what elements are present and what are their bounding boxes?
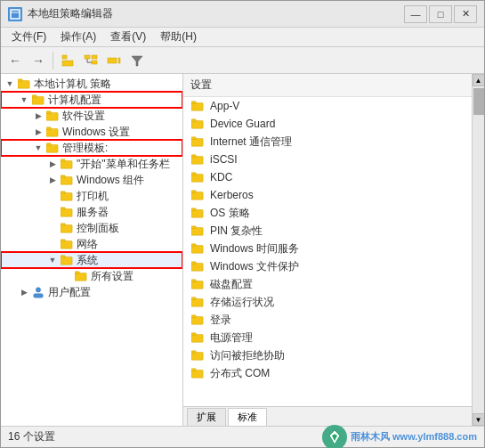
list-item[interactable]: Device Guard bbox=[183, 115, 472, 133]
list-item[interactable]: 电源管理 bbox=[183, 329, 472, 346]
folder-small-icon bbox=[190, 170, 205, 184]
svg-rect-30 bbox=[61, 225, 72, 233]
svg-rect-3 bbox=[62, 61, 73, 66]
svg-rect-68 bbox=[191, 353, 203, 361]
vertical-scrollbar[interactable]: ▲ ▼ bbox=[472, 74, 484, 426]
svg-rect-32 bbox=[61, 241, 72, 249]
tree-node-server[interactable]: 服务器 bbox=[1, 204, 182, 220]
svg-rect-15 bbox=[32, 95, 36, 98]
tree-node-computer-config[interactable]: ▼ 计算机配置 bbox=[1, 92, 182, 108]
minimize-button[interactable]: — bbox=[404, 5, 427, 23]
tree-node-network[interactable]: 网络 bbox=[1, 236, 182, 252]
svg-rect-35 bbox=[61, 256, 65, 258]
svg-rect-19 bbox=[46, 127, 51, 130]
list-item[interactable]: App-V bbox=[183, 97, 472, 115]
refresh-button[interactable] bbox=[103, 50, 125, 71]
logo-icon bbox=[322, 425, 347, 449]
tree-node-admin-templates[interactable]: ▼ 管理模板: bbox=[1, 140, 182, 156]
list-tabs: 扩展 标准 bbox=[183, 406, 472, 426]
svg-rect-25 bbox=[61, 175, 65, 178]
svg-rect-65 bbox=[191, 315, 196, 318]
svg-rect-67 bbox=[191, 333, 196, 336]
folder-small-icon bbox=[190, 277, 205, 291]
tab-standard[interactable]: 标准 bbox=[228, 408, 267, 426]
expand-icon-spacer bbox=[45, 205, 60, 219]
list-items[interactable]: App-V Device Guard Internet 通信管理 bbox=[183, 97, 472, 406]
window-icon bbox=[8, 7, 22, 21]
svg-rect-64 bbox=[191, 317, 203, 325]
expand-icon: ▶ bbox=[45, 173, 60, 187]
svg-rect-44 bbox=[191, 139, 203, 147]
list-item[interactable]: OS 策略 bbox=[183, 204, 472, 222]
window-title: 本地组策略编辑器 bbox=[28, 6, 404, 21]
up-button[interactable] bbox=[57, 50, 78, 71]
tree-node-control-panel[interactable]: 控制面板 bbox=[1, 220, 182, 236]
expand-icon-spacer bbox=[45, 189, 60, 203]
svg-rect-54 bbox=[191, 228, 203, 236]
folder-icon bbox=[60, 221, 74, 235]
expand-icon: ▶ bbox=[31, 125, 45, 139]
list-item[interactable]: 访问被拒绝协助 bbox=[183, 346, 472, 364]
folder-small-icon bbox=[190, 152, 205, 167]
svg-rect-41 bbox=[191, 102, 196, 104]
svg-rect-0 bbox=[11, 10, 20, 19]
list-panel: 设置 App-V Device Guard bbox=[183, 74, 472, 426]
tree-node-software-settings[interactable]: ▶ 软件设置 bbox=[1, 108, 182, 124]
tree-node-user-config[interactable]: ▶ 用户配置 bbox=[1, 284, 182, 300]
folder-small-icon bbox=[190, 117, 205, 131]
forward-button[interactable]: → bbox=[28, 50, 49, 71]
list-item[interactable]: iSCSI bbox=[183, 151, 472, 168]
filter-button[interactable] bbox=[126, 50, 148, 71]
maximize-button[interactable]: □ bbox=[429, 5, 452, 23]
svg-rect-70 bbox=[191, 371, 203, 379]
list-item[interactable]: 存储运行状况 bbox=[183, 293, 472, 311]
list-item[interactable]: 登录 bbox=[183, 311, 472, 329]
svg-rect-4 bbox=[85, 55, 90, 59]
tree-node-all-settings[interactable]: 所有设置 bbox=[1, 268, 182, 284]
folder-icon bbox=[45, 109, 60, 123]
expand-icon: ▶ bbox=[31, 109, 45, 123]
folder-small-icon bbox=[190, 366, 205, 380]
folder-small-icon bbox=[190, 313, 205, 327]
svg-rect-28 bbox=[61, 209, 72, 217]
list-item[interactable]: 分布式 COM bbox=[183, 364, 472, 382]
tree-node-start-menu[interactable]: ▶ "开始"菜单和任务栏 bbox=[1, 156, 182, 172]
list-item[interactable]: 磁盘配置 bbox=[183, 275, 472, 293]
folder-icon bbox=[31, 93, 45, 107]
folder-small-icon bbox=[190, 348, 205, 362]
menu-action[interactable]: 操作(A) bbox=[53, 28, 103, 46]
tree-node-system[interactable]: ▼ 系统 bbox=[1, 252, 182, 268]
tree-node-windows-components[interactable]: ▶ Windows 组件 bbox=[1, 172, 182, 188]
menu-file[interactable]: 文件(F) bbox=[4, 28, 53, 46]
close-button[interactable]: ✕ bbox=[454, 5, 477, 23]
status-bar: 16 个设置 雨林木风 www.ylmf888.com bbox=[1, 426, 484, 447]
back-button[interactable]: ← bbox=[4, 50, 26, 71]
svg-point-38 bbox=[36, 288, 40, 292]
show-tree-button[interactable] bbox=[80, 50, 101, 71]
tab-extended[interactable]: 扩展 bbox=[187, 408, 226, 426]
list-item[interactable]: Windows 时间服务 bbox=[183, 240, 472, 257]
menu-view[interactable]: 查看(V) bbox=[103, 28, 153, 46]
svg-rect-55 bbox=[191, 226, 196, 229]
svg-rect-61 bbox=[191, 280, 196, 282]
tree-node-printer[interactable]: 打印机 bbox=[1, 188, 182, 204]
scroll-thumb[interactable] bbox=[473, 88, 484, 115]
list-item[interactable]: Internet 通信管理 bbox=[183, 133, 472, 151]
folder-icon bbox=[17, 77, 31, 91]
svg-rect-39 bbox=[34, 294, 44, 297]
tree-panel[interactable]: ▼ 本地计算机 策略 ▼ 计算机配置 ▶ 软件设置 bbox=[1, 74, 183, 426]
svg-rect-9 bbox=[108, 58, 117, 63]
list-item[interactable]: Kerberos bbox=[183, 186, 472, 204]
folder-icon bbox=[60, 205, 74, 219]
list-item[interactable]: PIN 复杂性 bbox=[183, 222, 472, 240]
svg-rect-27 bbox=[61, 191, 65, 194]
tree-node-local-policy[interactable]: ▼ 本地计算机 策略 bbox=[1, 76, 182, 92]
folder-icon bbox=[31, 285, 45, 299]
tree-node-windows-settings[interactable]: ▶ Windows 设置 bbox=[1, 124, 182, 140]
folder-icon bbox=[60, 157, 74, 171]
list-item[interactable]: Windows 文件保护 bbox=[183, 257, 472, 275]
list-item[interactable]: KDC bbox=[183, 168, 472, 186]
menu-help[interactable]: 帮助(H) bbox=[153, 28, 204, 46]
svg-rect-50 bbox=[191, 192, 203, 200]
scroll-up-button[interactable]: ▲ bbox=[473, 74, 485, 86]
